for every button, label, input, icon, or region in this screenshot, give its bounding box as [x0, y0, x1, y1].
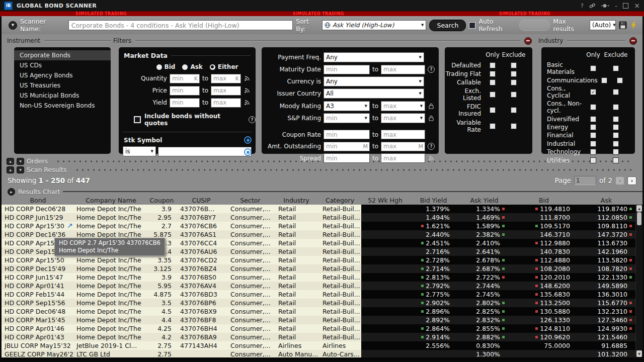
price-min-input[interactable] [170, 86, 200, 96]
help-icon[interactable]: ? [249, 116, 256, 123]
checkbox-unchecked[interactable] [490, 79, 496, 85]
column-header-category[interactable]: Category [318, 196, 361, 205]
prev-page-button[interactable]: ‹ [615, 176, 624, 185]
streaming-icon[interactable] [428, 155, 435, 161]
checkbox-unchecked[interactable] [590, 65, 596, 71]
table-row[interactable]: HD CORP Apr01'46Home Depot Inc/The4.2543… [2, 324, 642, 333]
collapse-up-button[interactable]: ▲ [7, 166, 14, 173]
yield-min-input[interactable] [170, 98, 200, 108]
help-icon[interactable]: ? [428, 143, 435, 150]
checkbox-unchecked[interactable] [511, 79, 517, 85]
checkbox-unchecked[interactable] [613, 104, 619, 110]
checkbox-unchecked[interactable] [590, 132, 596, 138]
instrument-item-corporate-bonds[interactable]: Corporate Bonds [14, 50, 111, 60]
scan-results-label[interactable]: Scan Results [27, 166, 67, 173]
checkbox-unchecked[interactable] [511, 71, 517, 77]
radio-ask[interactable]: Ask [182, 63, 202, 70]
checkbox-unchecked[interactable] [613, 132, 619, 138]
streaming-icon[interactable] [244, 87, 251, 94]
table-row[interactable]: HD CORP Apr01'43Home Depot Inc/The4.2437… [2, 333, 642, 341]
yield-max-input[interactable] [211, 98, 241, 108]
checkbox-unchecked[interactable] [490, 71, 496, 77]
save-icon[interactable] [619, 21, 627, 29]
checkbox-unchecked[interactable] [613, 65, 619, 71]
table-row[interactable]: HD CORP Apr15'30Home Depot Inc/The2.7437… [2, 222, 642, 230]
moody-max-select[interactable]: max▼ [381, 101, 425, 111]
checkbox-unchecked[interactable] [613, 149, 619, 155]
results-chart-label[interactable]: Results Chart [18, 188, 60, 196]
column-header-52-wk-hgh[interactable]: 52 Wk Hgh [361, 196, 409, 205]
checkbox-unchecked[interactable] [613, 124, 619, 130]
table-row[interactable]: JBLU CORP May15'32JetBlue 2019-1 Cl...2.… [2, 341, 642, 350]
checkbox-unchecked[interactable] [511, 62, 517, 68]
scanner-menu-button[interactable]: ▼ [9, 21, 17, 30]
auto-refresh-checkbox[interactable] [469, 22, 475, 29]
table-row[interactable]: HD CORP Apr01'41Home Depot Inc/The5.9543… [2, 282, 642, 290]
checkbox-unchecked[interactable] [490, 107, 496, 113]
checkbox-unchecked[interactable] [590, 104, 596, 110]
checkbox-unchecked[interactable] [490, 62, 496, 68]
checkbox-unchecked[interactable] [511, 92, 517, 98]
checkbox-unchecked[interactable] [613, 89, 619, 95]
reset-button[interactable]: Reset [519, 20, 550, 31]
column-header-company-name[interactable]: Company Name [74, 196, 147, 205]
collapse-down-button[interactable]: ▼ [17, 158, 24, 165]
help-icon[interactable]: ? [428, 66, 435, 73]
column-header-coupon[interactable]: Coupon [147, 196, 176, 205]
collapse-filters-button[interactable] [524, 37, 532, 45]
checkbox-unchecked[interactable] [590, 116, 596, 122]
table-row[interactable]: GEELZ CORP May26'21LTC GB Ltd2.75Consume… [2, 350, 642, 357]
instrument-item-non-us-sovereign-bonds[interactable]: Non-US Sovereign Bonds [14, 101, 111, 111]
orders-label[interactable]: Orders [27, 157, 48, 165]
checkbox-checked[interactable]: ✓ [590, 89, 596, 95]
spread-max-input[interactable] [381, 153, 425, 163]
table-row[interactable]: HD CORP Feb15'44Home Depot Inc/The4.8754… [2, 290, 642, 299]
checkbox-unchecked[interactable] [590, 141, 596, 147]
instrument-item-us-cds[interactable]: US CDs [14, 60, 111, 70]
column-header-industry[interactable]: Industry [274, 196, 318, 205]
column-header-cusip[interactable]: CUSIP [176, 196, 226, 205]
checkbox-unchecked[interactable] [490, 123, 496, 129]
column-header-ask-yield[interactable]: Ask Yield [458, 196, 511, 205]
table-row[interactable]: HD CORP Jun15'47Home Depot Inc/The3.9437… [2, 273, 642, 282]
column-header-sector[interactable]: Sector [226, 196, 274, 205]
currency-select[interactable]: Any▼ [324, 76, 424, 86]
collapse-industry-button[interactable] [629, 37, 637, 45]
checkbox-unchecked[interactable] [511, 107, 517, 113]
help-icon[interactable]: ? [581, 3, 584, 9]
checkbox-unchecked[interactable] [590, 124, 596, 130]
max-results-select[interactable]: (Auto)▼ [590, 20, 616, 30]
coupon-max-input[interactable] [381, 130, 425, 139]
column-header-bond[interactable]: Bond [2, 196, 74, 205]
checkbox-unchecked[interactable] [617, 77, 623, 83]
column-header-bid[interactable]: Bid [511, 196, 577, 205]
spread-min-input[interactable] [324, 153, 370, 163]
price-max-input[interactable] [211, 86, 241, 96]
streaming-icon[interactable] [244, 75, 251, 81]
collapse-up-button[interactable]: ▲ [7, 158, 14, 165]
radio-either[interactable]: Either [210, 63, 238, 70]
maturity-max-input[interactable] [381, 65, 425, 74]
include-without-quotes-checkbox[interactable] [134, 116, 141, 123]
checkbox-unchecked[interactable] [601, 77, 607, 83]
lightning-bolt-icon[interactable] [631, 22, 636, 29]
table-row[interactable]: HD CORP Mar15'45Home Depot Inc/The4.4437… [2, 316, 642, 324]
table-row[interactable]: HD CORP Dec15'49Home Depot Inc/The3.1254… [2, 264, 642, 273]
pin-icon[interactable] [601, 4, 609, 8]
maturity-min-input[interactable] [324, 65, 370, 74]
stk-symbol-match-select[interactable]: is▼ [123, 146, 156, 156]
search-button[interactable]: Search [429, 20, 466, 31]
table-row[interactable]: HD CORP Jun15'29Home Depot Inc/The2.9543… [2, 213, 642, 222]
issuer-country-select[interactable]: All▼ [324, 88, 424, 99]
table-row[interactable]: HD CORP Dec06'48Home Depot Inc/The4.5437… [2, 307, 642, 316]
minimize-icon[interactable]: – [615, 3, 618, 9]
column-header-ask[interactable]: Ask [577, 196, 635, 205]
scanner-name-input[interactable] [68, 20, 293, 30]
sp-max-select[interactable]: max▼ [381, 113, 425, 123]
checkbox-unchecked[interactable] [590, 149, 596, 155]
condition-toggle-icon[interactable] [244, 136, 252, 144]
radio-bid[interactable]: Bid [156, 63, 176, 70]
column-header-bid-yield[interactable]: Bid Yield [409, 196, 458, 205]
expand-chart-button[interactable]: ▶ [8, 188, 15, 196]
maximize-icon[interactable] [623, 3, 628, 9]
